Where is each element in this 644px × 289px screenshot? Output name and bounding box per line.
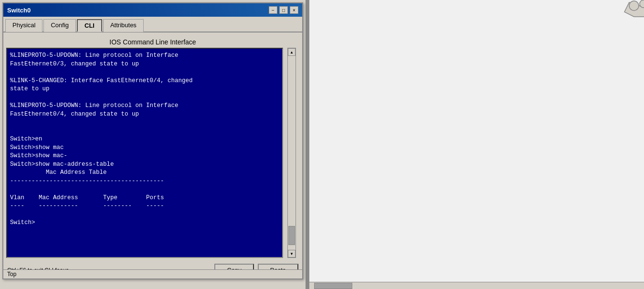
window-title: Switch0 bbox=[7, 7, 31, 14]
cli-container: %LINEPROTO-5-UPDOWN: Line protocol on In… bbox=[6, 48, 296, 258]
tab-attributes[interactable]: Attributes bbox=[103, 19, 144, 32]
status-bar: Top bbox=[3, 269, 302, 278]
cli-terminal[interactable]: %LINEPROTO-5-UPDOWN: Line protocol on In… bbox=[6, 48, 283, 258]
tab-physical[interactable]: Physical bbox=[5, 19, 42, 32]
switch-window: Switch0 − □ × Physical Config CLI Attrib… bbox=[2, 2, 303, 279]
scroll-thumb[interactable] bbox=[288, 226, 295, 245]
horizontal-scrollbar[interactable] bbox=[309, 282, 644, 289]
tab-config[interactable]: Config bbox=[43, 19, 76, 32]
tab-cli[interactable]: CLI bbox=[77, 19, 102, 32]
network-svg bbox=[309, 0, 644, 289]
status-text: Top bbox=[7, 271, 16, 278]
svg-point-2 bbox=[640, 0, 644, 8]
svg-marker-0 bbox=[624, 2, 644, 17]
cli-title: IOS Command Line Interface bbox=[6, 35, 299, 48]
scroll-up-button[interactable]: ▲ bbox=[288, 48, 296, 56]
diagram-area: PC-PT PC0 Fa0 PC-PT C1 Fa0 bbox=[309, 0, 644, 289]
cli-scrollbar[interactable]: ▲ ▼ bbox=[287, 48, 296, 258]
title-bar: Switch0 − □ × bbox=[3, 3, 302, 17]
title-bar-controls: − □ × bbox=[269, 6, 298, 14]
close-button[interactable]: × bbox=[290, 6, 298, 14]
maximize-button[interactable]: □ bbox=[279, 6, 288, 14]
scroll-down-button[interactable]: ▼ bbox=[288, 250, 296, 257]
svg-point-1 bbox=[629, 1, 639, 11]
network-panel: PC-PT PC0 Fa0 PC-PT C1 Fa0 bbox=[308, 0, 644, 289]
scroll-track bbox=[288, 56, 296, 250]
horizontal-scroll-thumb[interactable] bbox=[314, 283, 352, 289]
panel-content: IOS Command Line Interface %LINEPROTO-5-… bbox=[3, 32, 302, 261]
tab-bar: Physical Config CLI Attributes bbox=[3, 17, 302, 32]
minimize-button[interactable]: − bbox=[269, 6, 277, 14]
